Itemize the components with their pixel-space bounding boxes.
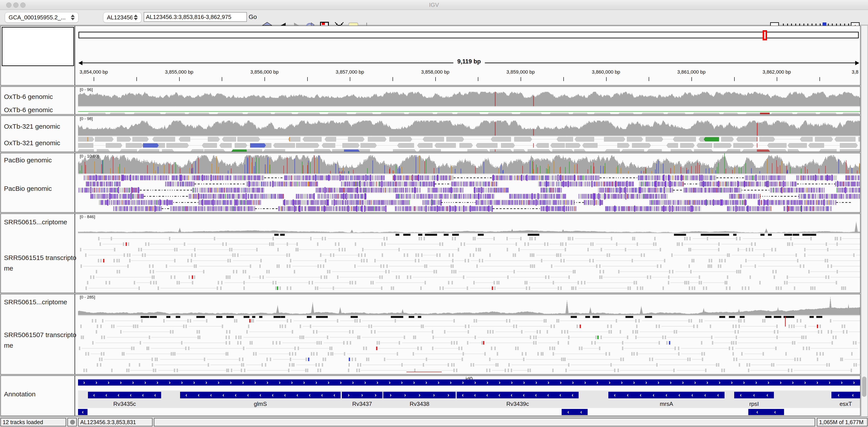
genome-select-value: GCA_000195955.2_... [5, 14, 69, 21]
strand-chevron-icon: ‹ [474, 392, 476, 398]
gene-feature-glmS[interactable]: ‹‹‹‹‹‹‹‹‹‹‹‹‹ [180, 392, 341, 398]
track-name[interactable]: SRR5061507 transcriptome [4, 330, 78, 351]
gene-feature-Rv3438[interactable]: ››››› [383, 392, 455, 398]
strand-chevron-icon: › [404, 392, 406, 398]
track-name[interactable]: OxTb-321 genomic [4, 123, 60, 130]
locus-input[interactable] [144, 12, 247, 22]
sub-feature-0[interactable]: ‹ [78, 409, 88, 415]
chromosome-ideogram[interactable] [79, 32, 859, 38]
gene-feature-rpsI[interactable]: ‹‹‹ [734, 392, 774, 398]
ruler-tick [307, 77, 308, 81]
ruler-tick-label: 3,860,000 bp [592, 69, 620, 75]
ruler-tick-label: 3,858,000 bp [421, 69, 449, 75]
strand-chevron-icon: › [584, 380, 586, 385]
ruler-tick [136, 77, 137, 81]
gene-feature-mrsA[interactable]: ‹‹‹‹‹‹‹‹‹ [608, 392, 724, 398]
strand-chevron-icon: › [596, 380, 598, 385]
strand-chevron-icon: › [348, 392, 349, 398]
ruler-tick [478, 77, 478, 81]
status-circle-icon [70, 419, 75, 425]
track-name[interactable]: OxTb-321 genomic [4, 139, 60, 147]
vertical-scrollbar[interactable] [861, 26, 868, 417]
annotation-track-area[interactable]: ››››››››››››››››››››››››››››››››››››››››… [78, 376, 860, 416]
gene-feature-esxT[interactable]: ‹‹ [831, 392, 860, 398]
strand-chevron-icon: › [792, 380, 794, 385]
ruler-arrowhead-left [79, 61, 83, 65]
strand-chevron-icon: › [364, 380, 366, 385]
strand-chevron-icon: › [462, 380, 464, 385]
track-name[interactable]: OxTb-6 genomic [4, 93, 53, 100]
track-name[interactable]: SRR5061515 transcriptome [4, 253, 78, 274]
sub-feature-2[interactable]: ‹‹ [748, 409, 784, 415]
strand-chevron-icon: ‹ [222, 392, 224, 398]
track-panel-oxtb6: OxTb-6 genomic OxTb-6 genomic [0 - 96] [0, 86, 861, 114]
strand-chevron-icon: ‹ [547, 392, 549, 398]
track-canvas-srr5061515[interactable] [78, 214, 860, 293]
coverage-scale-label: [0 - 285] [80, 295, 95, 300]
strand-chevron-icon: › [718, 380, 720, 385]
strand-chevron-icon: › [361, 392, 363, 398]
id0-feature-bar[interactable]: ››››››››››››››››››››››››››››››››››››››››… [78, 380, 860, 386]
track-canvas-oxtb321[interactable] [78, 116, 860, 152]
cursor-position-status: AL123456.3:3,853,831 [78, 418, 153, 426]
track-name[interactable]: OxTb-6 genomic [4, 106, 53, 114]
strand-chevron-icon: ‹ [142, 392, 144, 398]
track-canvas-pacbio[interactable] [78, 153, 860, 212]
strand-chevron-icon: ‹ [580, 409, 582, 415]
strand-chevron-icon: › [816, 380, 818, 385]
track-name[interactable]: SRR50615...criptome [4, 218, 67, 226]
status-icon-cell [67, 418, 77, 426]
gene-feature-Rv3437[interactable]: ››› [342, 392, 382, 398]
strand-chevron-icon: ‹ [198, 392, 199, 398]
strand-chevron-icon: ‹ [486, 392, 488, 398]
ruler-tick [649, 77, 649, 81]
gene-label: Rv3437 [352, 400, 372, 407]
ruler-area[interactable]: 9,119 bp3,854,000 bp3,855,000 bp3,856,00… [78, 26, 860, 85]
ruler-tick [179, 77, 180, 81]
go-button[interactable]: Go [249, 13, 257, 21]
strand-chevron-icon: › [132, 380, 134, 385]
strand-chevron-icon: › [707, 380, 708, 385]
strand-chevron-icon: ‹ [334, 392, 335, 398]
strand-chevron-icon: ‹ [154, 392, 156, 398]
region-marker[interactable] [763, 30, 767, 40]
strand-chevron-icon: › [841, 380, 843, 385]
ruler-tick [521, 77, 521, 81]
strand-chevron-icon: › [279, 380, 281, 385]
track-name[interactable]: PacBio genomic [4, 157, 52, 164]
ruler-tick [265, 77, 265, 81]
chromosome-select[interactable]: AL123456.3 [103, 12, 142, 23]
gene-list-box[interactable] [2, 27, 74, 66]
ruler-tick-label: 3,8 [852, 69, 859, 75]
sub-feature-1[interactable]: ‹‹ [562, 409, 588, 415]
strand-chevron-icon: ‹ [691, 392, 693, 398]
strand-chevron-icon: › [731, 380, 733, 385]
strand-chevron-icon: ‹ [571, 392, 573, 398]
strand-chevron-icon: ‹ [284, 392, 286, 398]
gene-feature-Rv3439c[interactable]: ‹‹‹‹‹‹‹‹‹‹ [457, 392, 579, 398]
ruler-tick [819, 77, 820, 81]
track-name[interactable]: PacBio genomic [4, 185, 52, 192]
track-name[interactable]: SRR50615...criptome [4, 298, 67, 306]
strand-chevron-icon: ‹ [653, 392, 654, 398]
strand-chevron-icon: › [218, 380, 220, 385]
track-canvas-oxtb6[interactable] [78, 87, 860, 114]
strand-chevron-icon: › [328, 380, 329, 385]
track-canvas-srr5061507[interactable] [78, 294, 860, 374]
strand-chevron-icon: ‹ [462, 392, 464, 398]
genome-select-stepper[interactable] [69, 14, 78, 20]
window-titlebar: IGV [0, 0, 868, 10]
memory-status[interactable]: 1,065M of 1,677M [817, 418, 868, 426]
gene-feature-Rv3435c[interactable]: ‹‹‹‹‹‹ [88, 392, 161, 398]
track-panel-srr5061515: SRR50615...criptome SRR5061515 transcrip… [0, 214, 861, 293]
scrollbar-thumb[interactable] [862, 376, 866, 397]
strand-chevron-icon: ‹ [130, 392, 132, 398]
coverage-scale-label: [0 - 10.00] [80, 154, 99, 159]
strand-chevron-icon: › [108, 380, 110, 385]
track-name[interactable]: Annotation [4, 390, 35, 398]
strand-chevron-icon: › [193, 380, 195, 385]
genome-select[interactable]: GCA_000195955.2_... [5, 12, 79, 23]
gene-label: Rv3439c [506, 400, 529, 407]
chromosome-select-stepper[interactable] [132, 14, 141, 20]
strand-chevron-icon: › [487, 380, 488, 385]
